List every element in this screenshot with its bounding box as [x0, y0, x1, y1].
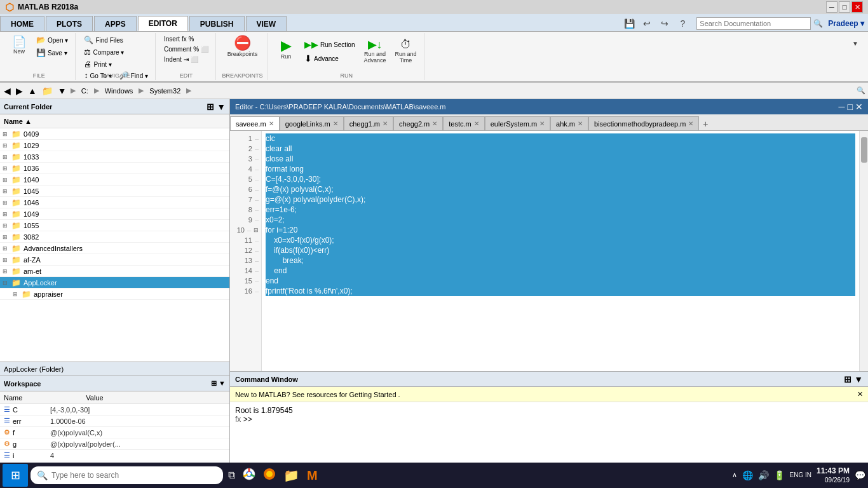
scrollbar-thumb[interactable]: [861, 137, 867, 163]
run-button[interactable]: ▶ Run: [273, 37, 299, 62]
compare-button[interactable]: ⚖ Compare ▾: [81, 46, 151, 58]
getting-started-link[interactable]: Getting Started: [349, 391, 397, 398]
collapse-btn-10[interactable]: ⊟: [254, 227, 259, 233]
editor-maximize-icon[interactable]: □: [848, 102, 853, 112]
tab-publish[interactable]: PUBLISH: [189, 16, 245, 31]
add-tab-button[interactable]: +: [699, 118, 712, 130]
print-button[interactable]: 🖨 Print ▾: [81, 58, 151, 70]
run-section-button[interactable]: ▶▶ Run Section: [301, 38, 358, 51]
tab-googlelinks-close[interactable]: ✕: [333, 120, 338, 127]
battery-icon[interactable]: 🔋: [774, 470, 785, 480]
tab-apps[interactable]: APPS: [94, 16, 137, 31]
folder-item-af-za[interactable]: ⊞ 📁 af-ZA: [0, 254, 229, 266]
tab-saveee[interactable]: saveee.m ✕: [230, 116, 280, 130]
folder-item-am-et[interactable]: ⊞ 📁 am-et: [0, 266, 229, 277]
folder-item-advinstallers[interactable]: ⊞ 📁 AdvancedInstallers: [0, 243, 229, 254]
save-button[interactable]: 💾 Save ▾: [33, 47, 71, 58]
path-search-button[interactable]: 🔍: [857, 86, 865, 95]
taskbar-time[interactable]: 11:43 PM 09/26/19: [817, 466, 850, 485]
task-view-button[interactable]: ⧉: [226, 470, 238, 481]
forward-button[interactable]: ▶: [15, 86, 24, 96]
back-button[interactable]: ◀: [3, 86, 12, 96]
folder-item-1040[interactable]: ⊞ 📁 1040: [0, 174, 229, 186]
new-button[interactable]: 📄 New: [6, 34, 32, 57]
chrome-icon[interactable]: [240, 468, 258, 484]
browse-button[interactable]: ▼: [57, 86, 68, 96]
ws-item-f[interactable]: ⚙ f @(x)polyval(C,x): [0, 427, 229, 438]
tab-plots[interactable]: PLOTS: [46, 16, 93, 31]
folder-item-1036[interactable]: ⊞ 📁 1036: [0, 163, 229, 174]
path-system32-button[interactable]: System32: [146, 85, 184, 97]
workspace-collapse-icon[interactable]: ▼: [219, 379, 226, 387]
ws-item-C[interactable]: ☰ C [4,-3,0,0,-30]: [0, 404, 229, 416]
editor-code-area[interactable]: 1– 2– 3– 4– 5– 6– 7–: [230, 131, 868, 371]
taskbar-search-input[interactable]: [51, 471, 217, 480]
ws-item-g[interactable]: ⚙ g @(x)polyval(polyder(...: [0, 438, 229, 450]
tab-bisection[interactable]: bisectionmethodbypradeep.m ✕: [588, 116, 699, 130]
ribbon-expand-button[interactable]: ▼: [848, 36, 863, 51]
matlab-taskbar-icon[interactable]: M: [304, 468, 320, 483]
tab-chegg2[interactable]: chegg2.m ✕: [393, 116, 443, 130]
help-btn[interactable]: ?: [675, 16, 690, 31]
advance-button[interactable]: ⬇ Advance: [301, 52, 358, 65]
folder-item-3082[interactable]: ⊞ 📁 3082: [0, 231, 229, 243]
workspace-options-icon[interactable]: ⊞: [211, 379, 217, 387]
folder-item-1033[interactable]: ⊞ 📁 1033: [0, 151, 229, 163]
comment-button[interactable]: Comment % ⬜: [161, 44, 212, 54]
command-expand-icon[interactable]: ▼: [854, 374, 863, 384]
folder-item-1049[interactable]: ⊞ 📁 1049: [0, 208, 229, 220]
show-hidden-icons[interactable]: ∧: [732, 471, 737, 479]
folder-item-1029[interactable]: ⊞ 📁 1029: [0, 140, 229, 151]
undo-btn[interactable]: ↩: [639, 16, 654, 31]
maximize-button[interactable]: □: [839, 1, 850, 13]
folder-item-1046[interactable]: ⊞ 📁 1046: [0, 197, 229, 208]
search-documentation-input[interactable]: [696, 17, 811, 30]
ws-item-i[interactable]: ☰ i 4: [0, 450, 229, 461]
folder-item-appraiser[interactable]: ⊞ 📁 appraiser: [0, 288, 229, 300]
run-and-advance-button[interactable]: ▶↓ Run and Advance: [361, 37, 390, 65]
tab-eulersystem-close[interactable]: ✕: [539, 120, 545, 127]
tab-chegg2-close[interactable]: ✕: [432, 120, 437, 127]
command-collapse-icon[interactable]: ⊞: [844, 374, 851, 384]
folder-item-1045[interactable]: ⊞ 📁 1045: [0, 186, 229, 197]
folder-item-1055[interactable]: ⊞ 📁 1055: [0, 220, 229, 231]
tab-chegg1-close[interactable]: ✕: [383, 120, 388, 127]
tab-bisection-close[interactable]: ✕: [688, 120, 693, 127]
insert-button[interactable]: Insert fx %: [161, 34, 212, 44]
volume-icon[interactable]: 🔊: [758, 470, 769, 480]
tab-editor[interactable]: EDITOR: [138, 16, 188, 31]
quick-access-btn[interactable]: 💾: [621, 16, 637, 31]
folder-item-0409[interactable]: ⊞ 📁 0409: [0, 128, 229, 140]
network-icon[interactable]: 🌐: [742, 470, 753, 480]
indent-button[interactable]: Indent ⇥ ⬜: [161, 55, 212, 64]
editor-minimize-icon[interactable]: ─: [839, 102, 845, 112]
taskbar-search-bar[interactable]: 🔍: [31, 466, 223, 484]
code-editor[interactable]: clc clear all close all format long C=[4…: [262, 131, 859, 371]
minimize-button[interactable]: ─: [826, 1, 837, 13]
tab-testc[interactable]: testc.m ✕: [443, 116, 484, 130]
file-explorer-icon[interactable]: 📁: [281, 468, 302, 483]
tab-eulersystem[interactable]: eulerSystem.m ✕: [485, 116, 550, 130]
folder-options-icon[interactable]: ⊞: [207, 102, 214, 112]
tab-saveee-close[interactable]: ✕: [269, 120, 274, 127]
ws-item-err[interactable]: ☰ err 1.0000e-06: [0, 416, 229, 427]
tab-ahk[interactable]: ahk.m ✕: [550, 116, 588, 130]
tab-chegg1[interactable]: chegg1.m ✕: [344, 116, 393, 130]
close-button[interactable]: ✕: [851, 1, 863, 13]
editor-scrollbar[interactable]: [859, 131, 868, 371]
up-button[interactable]: ▲: [27, 86, 38, 96]
folder-item-appLocker[interactable]: ⊟ 📁 AppLocker: [0, 277, 229, 288]
tab-googlelinks[interactable]: googleLinks.m ✕: [280, 116, 344, 130]
redo-btn[interactable]: ↪: [657, 16, 672, 31]
find-files-button[interactable]: 🔍 Find Files: [81, 34, 151, 46]
folder-collapse-icon[interactable]: ▼: [217, 102, 226, 112]
start-button[interactable]: ⊞: [3, 464, 28, 487]
welcome-close-icon[interactable]: ✕: [857, 390, 863, 398]
tab-home[interactable]: HOME: [0, 16, 44, 31]
open-button[interactable]: 📂 Open ▾: [33, 34, 71, 46]
tab-ahk-close[interactable]: ✕: [578, 120, 583, 127]
run-and-time-button[interactable]: ⏱ Run and Time: [392, 37, 420, 65]
tab-view[interactable]: VIEW: [246, 16, 287, 31]
tab-testc-close[interactable]: ✕: [474, 120, 479, 127]
breakpoints-button[interactable]: ⛔ Breakpoints: [224, 34, 261, 67]
